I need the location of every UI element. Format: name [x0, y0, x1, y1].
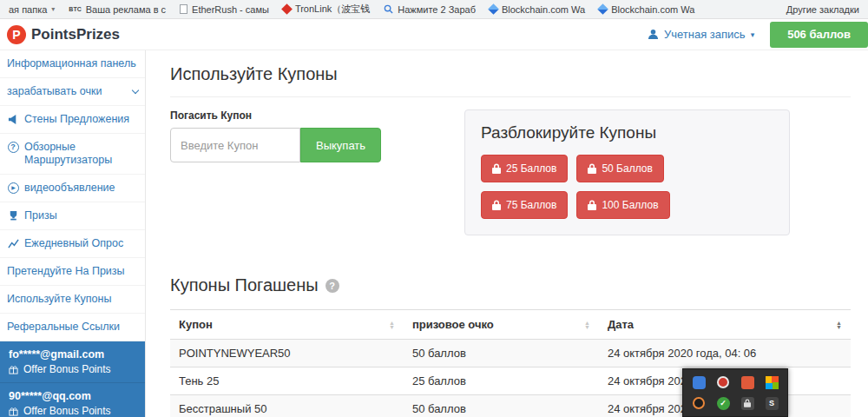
tray-lock-icon[interactable] — [741, 397, 754, 410]
user-icon — [648, 29, 659, 40]
sidebar-item-offer-walls[interactable]: Стены Предложения — [0, 106, 145, 134]
bookmark-item[interactable]: Blockchain.com Wa — [599, 4, 694, 15]
cell-coupon: Бесстрашный 50 — [170, 395, 404, 417]
gift-icon — [9, 365, 18, 374]
sidebar-item-prizes[interactable]: Призы — [0, 202, 145, 230]
table-row: POINTYNEWYEAR50 50 баллов 24 октября 202… — [170, 340, 851, 367]
bookmark-label: Blockchain.com Wa — [611, 4, 694, 15]
bookmark-item[interactable]: Нажмите 2 Зараб — [384, 4, 476, 15]
sidebar-item-video-ads[interactable]: ▶ видеообъявление — [0, 175, 145, 202]
tray-antivirus-icon[interactable]: ✓ — [717, 397, 730, 410]
bookmark-label: ая папка — [9, 4, 47, 15]
unlock-75-button[interactable]: 75 Баллов — [481, 191, 568, 219]
column-header-coupon[interactable]: Купон ▲▼ — [170, 310, 404, 340]
bookmark-label: EtherRush - самы — [192, 4, 269, 15]
blockchain-icon — [597, 3, 608, 15]
sidebar-item-dashboard[interactable]: Информационная панель — [0, 50, 145, 78]
brand-name: PointsPrizes — [31, 26, 120, 43]
sidebar-item-referral-links[interactable]: Реферальные Ссылки — [0, 314, 145, 341]
bookmark-label: Нажмите 2 Зараб — [398, 4, 476, 15]
offer-label: Offer Bonus Points — [23, 405, 111, 417]
offer-bonus-banner[interactable]: fo*****@gmail.com Offer Bonus Points — [0, 341, 145, 383]
chevron-down-icon: ▾ — [51, 5, 55, 13]
bookmark-folder[interactable]: ая папка ▾ — [9, 4, 55, 15]
tray-messenger-icon[interactable] — [693, 376, 706, 389]
app-header: P PointsPrizes Учетная запись ▾ 506 балл… — [0, 19, 868, 50]
search-icon — [384, 4, 393, 14]
offer-bonus-banner[interactable]: 90*****@qq.com Offer Bonus Points — [0, 383, 145, 417]
lock-icon — [492, 163, 501, 174]
offer-email: 90*****@qq.com — [9, 389, 136, 403]
play-circle-icon: ▶ — [7, 182, 19, 194]
pointsprizes-logo-icon: P — [7, 25, 26, 44]
trophy-icon — [7, 210, 19, 222]
chevron-down-icon: ▾ — [751, 30, 755, 39]
unlock-coupons-panel: Разблокируйте Купоны 25 Баллов 50 Баллов… — [464, 109, 790, 235]
sort-icon: ▲▼ — [389, 321, 395, 329]
sort-icon-active: ▲▼ — [836, 321, 842, 329]
bookmark-item[interactable]: BTC Ваша реклама в с — [69, 4, 166, 15]
sidebar-item-daily-poll[interactable]: Ежедневный Опрос — [0, 230, 145, 258]
chevron-down-icon — [132, 87, 139, 94]
cell-points: 50 баллов — [404, 395, 599, 417]
redeemed-section-title: Купоны Погашены ? — [170, 275, 851, 295]
column-header-date[interactable]: Дата ▲▼ — [599, 310, 851, 340]
bookmark-item[interactable]: TronLink（波宝钱 — [283, 3, 370, 16]
tray-record-icon[interactable] — [717, 376, 729, 388]
brand-logo-link[interactable]: P PointsPrizes — [7, 25, 120, 44]
bookmark-label: Blockchain.com Wa — [502, 4, 585, 15]
cell-date: 24 октября 2020 года, 04: 06 — [599, 340, 851, 367]
help-icon[interactable]: ? — [326, 279, 339, 293]
tray-app-grid-icon[interactable] — [766, 376, 779, 389]
page-title: Используйте Купоны — [170, 64, 851, 84]
cell-coupon: Тень 25 — [170, 367, 404, 395]
bookmark-label: Ваша реклама в с — [86, 4, 166, 15]
page-icon — [180, 4, 187, 14]
account-menu[interactable]: Учетная запись ▾ — [648, 28, 754, 41]
bookmark-item[interactable]: Blockchain.com Wa — [490, 4, 585, 15]
bookmark-label: TronLink（波宝钱 — [295, 3, 370, 16]
coupon-input[interactable] — [170, 128, 300, 162]
sidebar-item-earn-points[interactable]: зарабатывать очки — [0, 78, 145, 106]
redeem-coupon-block: Погасить Купон Выкупать — [170, 109, 381, 162]
other-bookmarks-button[interactable]: Другие закладки — [786, 4, 859, 15]
blockchain-icon — [488, 3, 499, 15]
sort-icon: ▲▼ — [584, 321, 590, 329]
btc-icon: BTC — [69, 6, 81, 12]
tronlink-icon — [281, 3, 293, 15]
system-tray-popup: ✓ S — [682, 368, 788, 417]
unlock-25-button[interactable]: 25 Баллов — [481, 155, 568, 182]
tray-media-app-icon[interactable] — [741, 376, 754, 389]
lock-icon — [588, 200, 596, 210]
account-label: Учетная запись — [664, 28, 746, 41]
megaphone-icon — [7, 114, 19, 125]
column-header-points[interactable]: призовое очко ▲▼ — [404, 310, 599, 340]
offer-email: fo*****@gmail.com — [9, 348, 136, 361]
sidebar-item-claim-prizes[interactable]: Претендуйте На Призы — [0, 258, 145, 286]
bookmarks-bar: ая папка ▾ BTC Ваша реклама в с EtherRus… — [0, 0, 868, 19]
line-chart-icon — [7, 238, 19, 249]
cell-points: 50 баллов — [404, 340, 599, 367]
gift-icon — [9, 407, 18, 416]
lock-icon — [492, 200, 501, 210]
sidebar-item-use-coupons[interactable]: Используйте Купоны — [0, 286, 145, 314]
bookmark-item[interactable]: EtherRush - самы — [180, 4, 269, 15]
unlock-100-button[interactable]: 100 Баллов — [576, 191, 669, 219]
tray-s-app-icon[interactable]: S — [766, 397, 779, 410]
question-circle-icon: ? — [7, 142, 19, 153]
cell-points: 25 баллов — [404, 367, 599, 395]
unlock-50-button[interactable]: 50 Баллов — [576, 155, 663, 182]
cell-coupon: POINTYNEWYEAR50 — [170, 340, 404, 367]
points-badge[interactable]: 506 баллов — [770, 22, 868, 48]
redeem-button[interactable]: Выкупать — [300, 128, 381, 162]
main-content: Используйте Купоны Погасить Купон Выкупа… — [146, 50, 868, 417]
unlock-title: Разблокируйте Купоны — [481, 123, 773, 142]
sidebar: Информационная панель зарабатывать очки … — [0, 50, 146, 417]
divider — [170, 96, 851, 97]
offer-label: Offer Bonus Points — [23, 363, 111, 376]
redeem-label: Погасить Купон — [170, 109, 381, 122]
lock-icon — [588, 163, 596, 174]
sidebar-item-survey-routers[interactable]: ? Обзорные Маршрутизаторы — [0, 134, 145, 175]
tray-player-icon[interactable] — [693, 397, 705, 409]
